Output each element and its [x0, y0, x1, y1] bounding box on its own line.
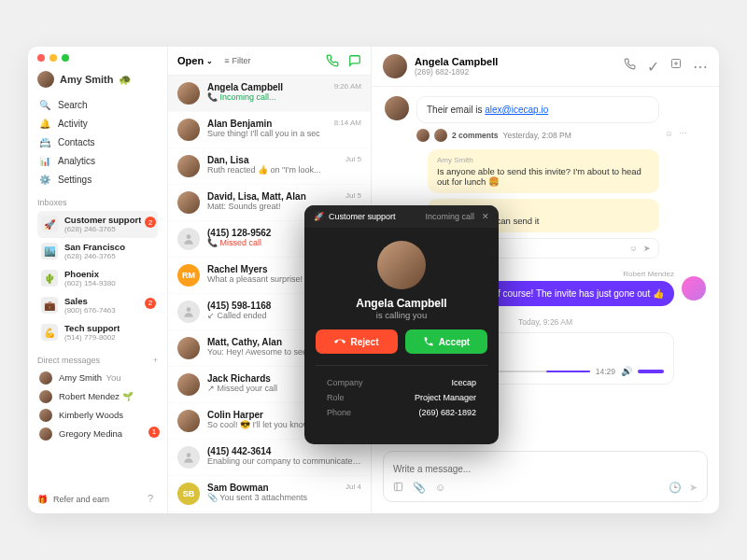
attachment-icon[interactable]: 📎 [413, 482, 426, 494]
add-dm-icon[interactable]: + [153, 356, 158, 365]
dm-item[interactable]: Gregory Medina 1 [37, 425, 158, 443]
avatar [39, 427, 52, 441]
svg-rect-4 [394, 483, 402, 490]
dms-label: Direct messages [37, 356, 100, 365]
dm-item[interactable]: Amy Smith You [37, 369, 158, 387]
caller-sub: is calling you [376, 310, 427, 320]
caller-avatar [377, 241, 426, 289]
emoji-picker-icon[interactable]: ☺ [435, 482, 445, 494]
emoji-icon[interactable]: ☺ [629, 244, 638, 253]
caller-info-row: RoleProject Manager [327, 390, 476, 405]
conversation-item[interactable]: Angela Campbell📞 Incoming call... 9:26 A… [168, 76, 371, 112]
sidebar: Amy Smith 🐢 🔍Search🔔Activity📇Contacts📊An… [28, 47, 168, 513]
avatar [39, 409, 52, 422]
accept-button[interactable]: Accept [405, 329, 487, 354]
nav-analytics[interactable]: 📊Analytics [37, 151, 158, 170]
message-bubble: Of course! The invite has just gone out … [480, 281, 674, 306]
check-icon[interactable]: ✓ [647, 58, 659, 76]
message-input[interactable] [393, 464, 698, 474]
inboxes-label: Inboxes [37, 198, 158, 207]
volume-icon[interactable]: 🔊 [621, 366, 632, 376]
conversation-time: 9:26 AM [334, 82, 361, 91]
note-mode-icon[interactable] [393, 482, 403, 494]
avatar [177, 373, 200, 396]
analytics-icon: 📊 [39, 155, 50, 166]
avatar [177, 446, 200, 469]
gift-icon: 🎁 [37, 495, 48, 504]
avatar [37, 71, 54, 88]
message-composer[interactable]: 📎 ☺ 🕒 ➤ [383, 451, 708, 502]
nav-search[interactable]: 🔍Search [37, 95, 158, 114]
status-selector[interactable]: Open ⌄ [177, 55, 213, 66]
avatar [177, 119, 200, 141]
conversation-item[interactable]: Alan BenjaminSure thing! I'll call you i… [168, 112, 371, 148]
modal-close-icon[interactable]: ✕ [482, 212, 489, 221]
chat-header: Angela Campbell (269) 682-1892 ✓ ⋯ [372, 47, 719, 87]
send-button[interactable]: ➤ [689, 482, 698, 494]
avatar [39, 371, 52, 385]
current-user[interactable]: Amy Smith 🐢 [37, 71, 158, 88]
app-window: Amy Smith 🐢 🔍Search🔔Activity📇Contacts📊An… [28, 47, 719, 513]
filter-button[interactable]: ≡ Filter [224, 56, 250, 65]
filter-icon: ≡ [224, 56, 229, 65]
unread-badge: 2 [145, 217, 156, 228]
minimize-window-icon[interactable] [49, 54, 57, 62]
incoming-call-modal: 🚀 Customer support Incoming call ✕ Angel… [304, 205, 499, 444]
svg-point-2 [187, 453, 191, 457]
sender-name: Robert Mendez [480, 270, 674, 278]
rocket-icon: 🚀 [314, 212, 324, 221]
conversation-item[interactable]: SB Sam Bowman📎 You sent 3 attachments Ju… [168, 476, 371, 512]
new-message-icon[interactable] [348, 54, 361, 67]
contacts-icon: 📇 [39, 136, 50, 147]
conversation-time: Jul 5 [345, 191, 361, 200]
comments-toggle[interactable]: 2 comments Yesterday, 2:08 PM ☺ ⋯ [416, 129, 659, 142]
chat-contact-name: Angela Campbell [415, 56, 498, 67]
new-call-icon[interactable] [326, 54, 339, 67]
close-window-icon[interactable] [37, 54, 45, 62]
dm-item[interactable]: Kimberly Woods [37, 406, 158, 425]
modal-title: Customer support [329, 212, 396, 221]
nav-gear[interactable]: ⚙️Settings [37, 170, 158, 189]
refer-link[interactable]: 🎁 Refer and earn [37, 495, 109, 504]
inbox-item[interactable]: 🚀 Customer support(628) 246-3765 2 [37, 211, 158, 238]
avatar: SB [177, 483, 200, 505]
conversation-time: Jul 4 [345, 483, 361, 491]
avatar [39, 390, 52, 403]
call-icon[interactable] [624, 58, 636, 76]
current-user-name: Amy Smith [60, 74, 113, 85]
thread-more-icon[interactable]: ⋯ [679, 129, 687, 138]
avatar [383, 54, 407, 78]
inbox-item[interactable]: 💪 Tech support(514) 779-8002 [37, 319, 158, 346]
send-icon[interactable]: ➤ [643, 244, 651, 253]
avatar [177, 82, 200, 105]
conversation-item[interactable]: (415) 442-3614Enabling our company to co… [168, 440, 371, 476]
export-icon[interactable] [670, 58, 682, 76]
chevron-down-icon: ⌄ [206, 57, 213, 65]
reject-button[interactable]: Reject [316, 329, 398, 354]
inbox-item[interactable]: 💼 Sales(800) 676-7463 2 [37, 292, 158, 319]
avatar [177, 155, 200, 177]
avatar [177, 191, 200, 214]
current-user-emoji: 🐢 [119, 74, 132, 86]
volume-slider[interactable] [638, 370, 664, 373]
inbox-icon: 💼 [41, 297, 58, 314]
inbox-item[interactable]: 🏙️ San Francisco(628) 246-3765 [37, 238, 158, 265]
inbox-icon: 🚀 [41, 216, 58, 232]
caller-info-row: CompanyIcecap [327, 375, 476, 390]
avatar [434, 129, 447, 142]
maximize-window-icon[interactable] [62, 54, 69, 62]
window-controls[interactable] [37, 54, 158, 62]
conversation-item[interactable]: Dan, LisaRuth reacted 👍 on "I'm look... … [168, 148, 371, 185]
emoji-react-icon[interactable]: ☺ [665, 129, 673, 138]
avatar [177, 410, 200, 432]
help-icon[interactable]: ? [148, 493, 153, 504]
schedule-icon[interactable]: 🕒 [669, 482, 682, 494]
nav-bell[interactable]: 🔔Activity [37, 114, 158, 133]
nav-contacts[interactable]: 📇Contacts [37, 133, 158, 151]
inbox-item[interactable]: 🌵 Phoenix(602) 154-9380 [37, 265, 158, 292]
inbox-icon: 🏙️ [41, 243, 58, 259]
email-link[interactable]: alex@icecap.io [485, 105, 548, 115]
more-icon[interactable]: ⋯ [693, 58, 708, 76]
avatar [682, 276, 706, 301]
dm-item[interactable]: Robert Mendez 🌱 [37, 387, 158, 406]
